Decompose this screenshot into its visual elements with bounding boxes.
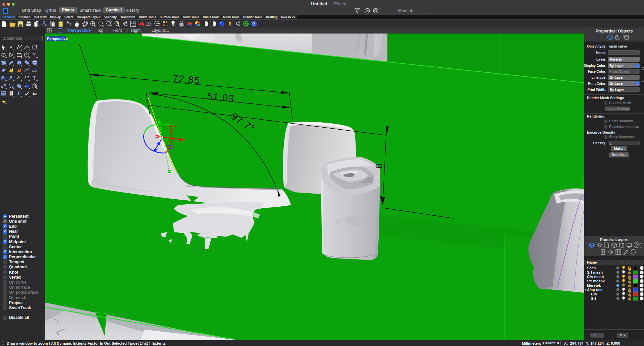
svg-text:z: z: [54, 318, 56, 322]
svg-text:Srf: Srf: [591, 296, 596, 300]
svg-text:▾: ▾: [585, 288, 586, 291]
svg-text:Perspective: Perspective: [47, 37, 68, 41]
svg-text:?: ?: [253, 21, 255, 26]
svg-text:Scan: Scan: [587, 266, 596, 270]
svg-text:Crv mesh: Crv mesh: [587, 275, 604, 279]
svg-text:Sfr mesh2: Sfr mesh2: [587, 279, 605, 283]
svg-text:x: x: [65, 328, 66, 331]
svg-text:6: 6: [373, 163, 384, 169]
svg-text:?: ?: [636, 243, 638, 247]
svg-text:Méretek: Méretek: [587, 283, 601, 287]
svg-text:Srf mesh: Srf mesh: [587, 270, 603, 274]
svg-text:Crv: Crv: [591, 292, 597, 296]
svg-text:T: T: [33, 75, 36, 81]
svg-text:Alap test: Alap test: [587, 288, 603, 292]
svg-text:y: y: [57, 319, 59, 323]
